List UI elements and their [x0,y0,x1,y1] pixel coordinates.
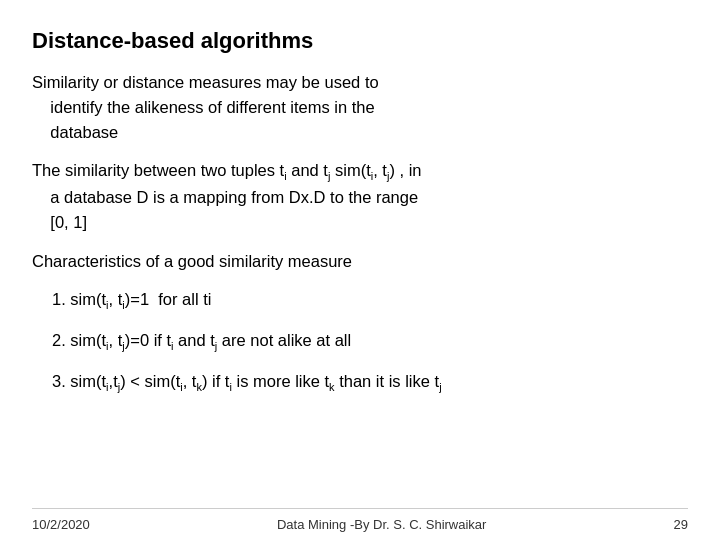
content-body: Similarity or distance measures may be u… [32,70,688,508]
numbered-item-1: 1. sim(ti, ti)=1 for all ti [32,287,688,314]
footer-page: 29 [674,517,688,532]
slide-title: Distance-based algorithms [32,28,688,54]
paragraph-2: The similarity between two tuples ti and… [32,158,688,234]
footer-center: Data Mining -By Dr. S. C. Shirwaikar [90,517,674,532]
numbered-item-2: 2. sim(ti, tj)=0 if ti and tj are not al… [32,328,688,355]
footer-date: 10/2/2020 [32,517,90,532]
numbered-item-3: 3. sim(ti,tj) < sim(ti, tk) if ti is mor… [32,369,688,396]
paragraph-1: Similarity or distance measures may be u… [32,70,688,144]
paragraph-3: Characteristics of a good similarity mea… [32,249,688,274]
slide-footer: 10/2/2020 Data Mining -By Dr. S. C. Shir… [32,508,688,540]
slide-container: Distance-based algorithms Similarity or … [0,0,720,540]
